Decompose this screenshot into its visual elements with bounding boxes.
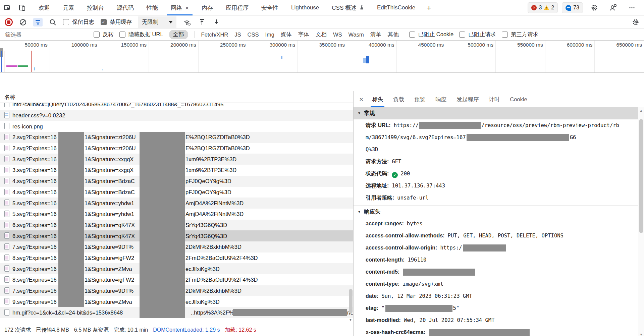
export-har-icon[interactable] bbox=[212, 18, 220, 26]
tab-欢迎[interactable]: 欢迎 bbox=[32, 0, 56, 15]
tab-元素[interactable]: 元素 bbox=[56, 0, 80, 15]
details-scrollbar-thumb[interactable] bbox=[639, 119, 643, 233]
detail-tab-负载[interactable]: 负载 bbox=[388, 91, 409, 107]
tab-控制台[interactable]: 控制台 bbox=[80, 0, 110, 15]
request-row[interactable]: header.css?v=0.0232 bbox=[0, 110, 353, 121]
network-settings-gear-icon[interactable] bbox=[632, 18, 639, 26]
detail-tab-Cookie[interactable]: Cookie bbox=[505, 91, 532, 107]
waterfall-mark bbox=[4, 51, 4, 72]
detail-tab-标头[interactable]: 标头 bbox=[367, 91, 388, 107]
request-name-segment: AmjD4A%2FiNntM%3D bbox=[185, 200, 244, 206]
checkbox-unchecked[interactable] bbox=[119, 32, 125, 38]
filter-type-Fetch/XHR[interactable]: Fetch/XHR bbox=[201, 32, 228, 38]
scroll-down-icon[interactable]: ▼ bbox=[638, 333, 644, 336]
settings-gear-icon[interactable] bbox=[590, 3, 599, 12]
tab-CSS 概述[interactable]: CSS 概述 bbox=[325, 0, 371, 15]
file-icon bbox=[4, 222, 9, 228]
name-column-header[interactable]: 名称 bbox=[0, 91, 353, 103]
checkbox-unchecked[interactable] bbox=[502, 32, 508, 38]
close-details-icon[interactable]: × bbox=[356, 95, 367, 103]
details-scrollbar[interactable]: ▲ ▼ bbox=[638, 107, 644, 336]
tab-安全性[interactable]: 安全性 bbox=[255, 0, 285, 15]
filter-type-Img[interactable]: Img bbox=[265, 32, 274, 38]
tab-内存[interactable]: 内存 bbox=[195, 0, 219, 15]
blocked-requests-label: 已阻止请求 bbox=[468, 31, 496, 38]
request-name-segment: 2FmD%2BaOdIU9%2F4%3D bbox=[185, 277, 258, 283]
feedback-icon[interactable] bbox=[609, 3, 618, 12]
tab-label: 安全性 bbox=[261, 4, 278, 12]
checkbox-unchecked[interactable] bbox=[63, 19, 69, 25]
section-header[interactable]: ▼常规 bbox=[354, 107, 638, 119]
tab-应用程序[interactable]: 应用程序 bbox=[219, 0, 255, 15]
inspect-element-icon[interactable] bbox=[3, 3, 12, 12]
checkbox-unchecked[interactable] bbox=[459, 32, 465, 38]
filter-type-WS[interactable]: WS bbox=[333, 32, 342, 38]
list-scrollbar-thumb[interactable] bbox=[349, 289, 353, 314]
header-value: PUT, GET, HEAD, POST, DELETE, OPTIONS bbox=[448, 233, 564, 239]
import-har-icon[interactable] bbox=[198, 18, 206, 26]
file-icon bbox=[4, 123, 9, 129]
issues-badge[interactable]: ✕ 3 ! 2 bbox=[528, 2, 558, 13]
header-key: 请求 URL: bbox=[366, 122, 391, 128]
request-name-segment: pFJ0QeOY9g%3D bbox=[185, 178, 231, 184]
header-line: content-length:196110 bbox=[354, 254, 638, 266]
tab-EditThisCookie[interactable]: EditThisCookie bbox=[371, 0, 422, 15]
hide-data-urls-checkbox[interactable]: 隐藏数据 URL bbox=[119, 31, 163, 38]
filter-type-CSS[interactable]: CSS bbox=[248, 32, 259, 38]
invert-checkbox[interactable]: 反转 bbox=[94, 31, 114, 38]
detail-tab-发起程序[interactable]: 发起程序 bbox=[451, 91, 484, 107]
request-name-segment: 6.svg?Expires=16 bbox=[12, 222, 57, 228]
tab-Lighthouse[interactable]: Lighthouse bbox=[285, 0, 325, 15]
header-value: m/38671499/svg/6.svg?Expires=167 bbox=[366, 134, 466, 141]
network-conditions-icon[interactable] bbox=[183, 18, 192, 26]
request-name-segment: 1&Signature=zt206U bbox=[85, 145, 136, 152]
messages-badge[interactable]: 73 bbox=[562, 2, 583, 13]
more-tabs-button[interactable]: + bbox=[422, 3, 436, 13]
search-icon[interactable] bbox=[49, 18, 57, 26]
filter-type-JS[interactable]: JS bbox=[234, 32, 241, 38]
filter-type-其他[interactable]: 其他 bbox=[388, 31, 399, 38]
disable-cache-checkbox[interactable]: ✓ 禁用缓存 bbox=[101, 18, 132, 26]
filter-type-清单[interactable]: 清单 bbox=[370, 31, 381, 38]
tab-性能[interactable]: 性能 bbox=[140, 0, 164, 15]
record-network-log-button[interactable] bbox=[5, 18, 13, 26]
header-line: accept-ranges:bytes bbox=[354, 218, 638, 230]
network-panels: 名称 info?callback=jQuery11020243058538674… bbox=[0, 91, 644, 336]
request-row[interactable]: res-icon.png bbox=[0, 121, 353, 132]
filter-type-媒体[interactable]: 媒体 bbox=[281, 31, 292, 38]
scroll-up-icon[interactable]: ▲ bbox=[638, 109, 644, 112]
tab-label: 应用程序 bbox=[226, 4, 249, 12]
more-options-icon[interactable] bbox=[628, 3, 636, 12]
network-overview-timeline[interactable]: 50000 ms100000 ms150000 ms200000 ms25000… bbox=[0, 41, 644, 73]
blocked-requests-checkbox[interactable]: 已阻止请求 bbox=[459, 31, 496, 38]
clear-network-log-icon[interactable] bbox=[19, 18, 27, 26]
close-tab-icon[interactable]: × bbox=[185, 5, 189, 11]
redaction-bar bbox=[233, 309, 347, 316]
request-row[interactable]: info?callback=jQuery11020243058538674700… bbox=[0, 103, 353, 110]
filter-type-字体[interactable]: 字体 bbox=[298, 31, 309, 38]
request-name-segment: 1xm9%2BTP3E%3D bbox=[185, 156, 236, 162]
filter-input[interactable] bbox=[4, 31, 88, 38]
checkbox-checked[interactable]: ✓ bbox=[101, 19, 107, 25]
list-scrollbar-down-icon[interactable]: ▼ bbox=[349, 318, 352, 322]
device-toolbar-icon[interactable] bbox=[18, 3, 26, 12]
checkbox-unchecked[interactable] bbox=[94, 32, 100, 38]
request-name-segment: info?callback=jQuery11020243058538674700… bbox=[12, 103, 223, 108]
detail-tab-预览[interactable]: 预览 bbox=[409, 91, 430, 107]
section-header[interactable]: ▼响应头 bbox=[354, 206, 638, 218]
throttling-select[interactable]: 无限制 bbox=[138, 16, 176, 28]
tab-网络[interactable]: 网络× bbox=[164, 0, 195, 15]
preserve-log-checkbox[interactable]: 保留日志 bbox=[63, 18, 94, 26]
file-icon bbox=[4, 265, 9, 272]
blocked-cookies-checkbox[interactable]: 已阻止 Cookie bbox=[409, 31, 453, 38]
detail-tab-计时[interactable]: 计时 bbox=[484, 91, 505, 107]
checkbox-unchecked[interactable] bbox=[409, 32, 415, 38]
filter-toggle-icon[interactable] bbox=[33, 18, 43, 26]
filter-type-Wasm[interactable]: Wasm bbox=[348, 32, 364, 38]
filter-type-文档[interactable]: 文档 bbox=[316, 31, 327, 38]
third-party-checkbox[interactable]: 第三方请求 bbox=[502, 31, 539, 38]
detail-tab-响应[interactable]: 响应 bbox=[430, 91, 451, 107]
filter-type-全部[interactable]: 全部 bbox=[169, 30, 188, 39]
request-name-segment: E%2BQ1RGZDlTaB0%3D bbox=[185, 145, 250, 152]
tab-源代码[interactable]: 源代码 bbox=[110, 0, 140, 15]
